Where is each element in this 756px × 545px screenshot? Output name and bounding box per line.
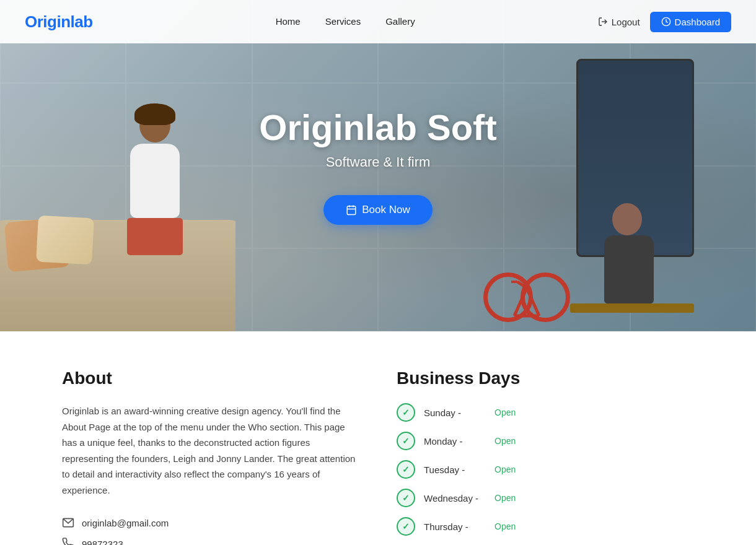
email-value: originlab@gmail.com [82,518,169,528]
svg-line-5 [517,282,527,288]
svg-rect-7 [348,206,356,215]
brand-logo[interactable]: Originlab [25,12,93,32]
day-status-label: Open [494,408,516,417]
open-status-icon: ✓ [397,489,415,507]
nav-gallery[interactable]: Gallery [385,16,415,27]
svg-line-2 [514,288,527,316]
open-status-icon: ✓ [397,460,415,479]
day-status-label: Open [494,493,516,503]
business-days-section: Business Days ✓Sunday -Open✓Monday -Open… [397,368,694,545]
business-day-row: ✓Tuesday -Open [397,460,694,479]
hero-title: Originlab Soft [259,107,496,148]
business-day-row: ✓Monday -Open [397,432,694,450]
open-status-icon: ✓ [397,517,415,536]
email-icon [62,517,74,529]
svg-line-3 [527,288,539,316]
dashboard-button[interactable]: Dashboard [650,12,731,32]
logout-button[interactable]: Logout [598,17,640,27]
open-status-icon: ✓ [397,432,415,450]
calendar-icon [346,204,357,216]
about-heading: About [62,368,359,388]
open-status-icon: ✓ [397,403,415,422]
phone-contact: 99872323 [62,538,359,545]
day-name: Tuesday - [424,464,486,475]
day-status-label: Open [494,436,516,446]
hero-figure-left [0,84,235,331]
day-status-label: Open [494,464,516,474]
hero-section: Originlab Soft Software & It firm Book N… [0,0,756,331]
day-name: Sunday - [424,408,486,418]
navbar-actions: Logout Dashboard [598,12,731,32]
phone-icon [62,538,74,545]
business-days-heading: Business Days [397,368,694,388]
hero-content: Originlab Soft Software & It firm Book N… [259,107,496,225]
about-section: About Originlab is an award-winning crea… [62,368,359,545]
main-content: About Originlab is an award-winning crea… [37,331,719,545]
about-text: Originlab is an award-winning creative d… [62,403,359,498]
nav-links: Home Services Gallery [276,16,415,27]
book-now-button[interactable]: Book Now [323,195,432,225]
business-days-list: ✓Sunday -Open✓Monday -Open✓Tuesday -Open… [397,403,694,545]
hero-bike [483,248,570,322]
day-name: Wednesday - [424,493,486,504]
day-status-label: Open [494,521,516,531]
phone-value: 99872323 [82,539,123,546]
day-name: Thursday - [424,521,486,532]
business-day-row: ✓Thursday -Open [397,517,694,536]
navbar: Originlab Home Services Gallery Logout D… [0,0,756,43]
nav-home[interactable]: Home [276,16,301,27]
business-day-row: ✓Sunday -Open [397,403,694,422]
nav-services[interactable]: Services [325,16,361,27]
logout-icon [598,17,608,27]
dashboard-icon [661,17,671,27]
hero-figure-right [570,46,706,331]
business-day-row: ✓Wednesday -Open [397,489,694,507]
hero-subtitle: Software & It firm [259,154,496,170]
day-name: Monday - [424,436,486,447]
email-contact: originlab@gmail.com [62,517,359,529]
